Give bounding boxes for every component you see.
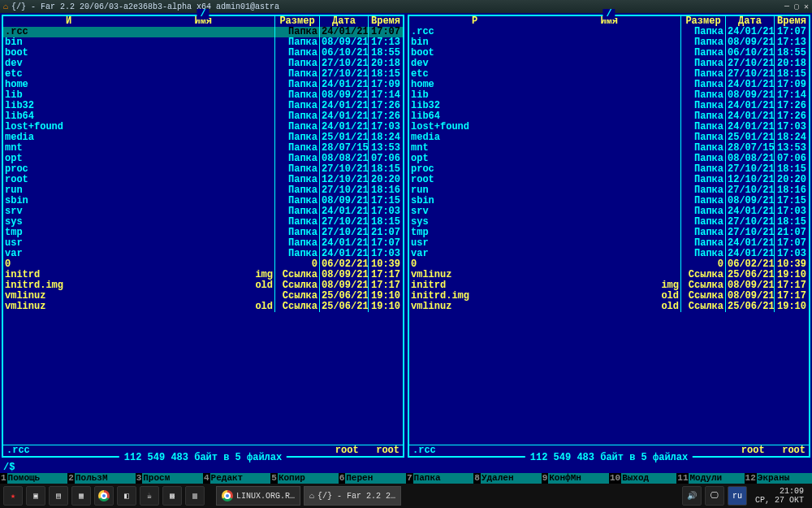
file-row[interactable]: runПапка27/10/2118:16 xyxy=(409,185,809,196)
file-row[interactable]: rootПапка12/10/2120:20 xyxy=(409,175,809,185)
file-row[interactable]: optПапка08/08/2107:06 xyxy=(409,154,809,164)
taskbar-task-chrome[interactable]: LINUX.ORG.R… xyxy=(216,486,300,506)
file-row[interactable]: binПапка08/09/2117:13 xyxy=(409,37,809,48)
file-row[interactable]: devПапка27/10/2120:18 xyxy=(409,59,809,69)
file-name: tmp xyxy=(5,228,23,238)
taskbar-task-far[interactable]: ⌂ {/} - Far 2.2 2… xyxy=(304,486,401,506)
minimize-button[interactable]: — xyxy=(784,2,789,11)
file-row[interactable]: libПапка08/09/2117:14 xyxy=(3,90,403,101)
file-row[interactable]: binПапка08/09/2117:13 xyxy=(3,37,403,48)
file-row[interactable]: sbinПапка08/09/2117:15 xyxy=(409,196,809,206)
fkey-11[interactable]: 11Модули xyxy=(676,473,744,484)
file-row[interactable]: initrd.imgoldСсылка08/09/2117:17 xyxy=(409,291,809,302)
file-row[interactable]: 0006/02/2110:39 xyxy=(3,259,403,270)
taskbar-app-1[interactable]: ▣ xyxy=(26,486,45,506)
file-row[interactable]: initrdimgСсылка08/09/2117:17 xyxy=(3,270,403,280)
file-row[interactable]: mntПапка28/07/1513:53 xyxy=(409,143,809,154)
file-row[interactable]: optПапка08/08/2107:06 xyxy=(3,154,403,164)
file-row[interactable]: sysПапка27/10/2118:15 xyxy=(409,217,809,228)
file-row[interactable]: etcПапка27/10/2118:15 xyxy=(3,69,403,80)
file-row[interactable]: sysПапка27/10/2118:15 xyxy=(3,217,403,228)
fkey-2[interactable]: 2ПользМ xyxy=(67,473,135,484)
tray-network-icon[interactable]: 🖵 xyxy=(705,486,724,506)
taskbar-app-5[interactable]: ☕ xyxy=(140,486,159,506)
file-row[interactable]: tmpПапка27/10/2121:07 xyxy=(3,228,403,238)
taskbar-app-4[interactable]: ◧ xyxy=(117,486,136,506)
file-row[interactable]: lib64Папка24/01/2117:26 xyxy=(409,111,809,122)
file-row[interactable]: procПапка27/10/2118:15 xyxy=(409,164,809,175)
file-row[interactable]: usrПапка24/01/2117:07 xyxy=(3,238,403,249)
right-panel[interactable]: / Р ИмяРазмерДатаВремя.rccПапка24/01/211… xyxy=(408,15,810,458)
file-row[interactable]: vmlinuzСсылка25/06/2119:10 xyxy=(409,270,809,280)
fkey-6[interactable]: 6Перен xyxy=(339,473,406,484)
file-row[interactable]: .rccПапка24/01/2117:07 xyxy=(3,27,403,37)
file-row[interactable]: mntПапка28/07/1513:53 xyxy=(3,143,403,154)
command-line[interactable]: /$ xyxy=(0,462,812,473)
file-row[interactable]: tmpПапка27/10/2121:07 xyxy=(409,228,809,238)
col-time[interactable]: Время xyxy=(775,16,809,27)
fkey-5[interactable]: 5Копир xyxy=(270,473,338,484)
col-name[interactable]: Р Имя xyxy=(409,16,681,27)
file-row[interactable]: .rccПапка24/01/2117:07 xyxy=(409,27,809,37)
tray-volume-icon[interactable]: 🔊 xyxy=(682,486,702,506)
file-row[interactable]: srvПапка24/01/2117:03 xyxy=(3,206,403,217)
fkey-7[interactable]: 7Папка xyxy=(406,473,473,484)
file-row[interactable]: lib32Папка24/01/2117:26 xyxy=(3,101,403,111)
fkey-3[interactable]: 3Просм xyxy=(136,473,203,484)
left-panel[interactable]: / И ИмяРазмерДатаВремя.rccПапка24/01/211… xyxy=(2,15,404,458)
fkey-10[interactable]: 10Выход xyxy=(609,473,676,484)
taskbar-app-6[interactable]: ▩ xyxy=(162,486,182,506)
taskbar-chrome[interactable] xyxy=(94,486,114,506)
file-row[interactable]: mediaПапка25/01/2118:24 xyxy=(3,132,403,143)
file-row[interactable]: lib32Папка24/01/2117:26 xyxy=(409,101,809,111)
maximize-button[interactable]: ▢ xyxy=(794,2,799,11)
col-name[interactable]: И Имя xyxy=(3,16,275,27)
fkey-9[interactable]: 9КонфМн xyxy=(542,473,609,484)
taskbar-app-3[interactable]: ▦ xyxy=(71,486,91,506)
taskbar-app-2[interactable]: ▤ xyxy=(49,486,68,506)
file-row[interactable]: homeПапка24/01/2117:09 xyxy=(3,80,403,90)
file-time: 17:17 xyxy=(775,280,809,291)
col-time[interactable]: Время xyxy=(369,16,403,27)
taskbar-app-7[interactable]: ▥ xyxy=(185,486,205,506)
file-row[interactable]: bootПапка06/10/2118:55 xyxy=(409,48,809,59)
file-row[interactable]: devПапка27/10/2120:18 xyxy=(3,59,403,69)
file-row[interactable]: runПапка27/10/2118:16 xyxy=(3,185,403,196)
file-row[interactable]: homeПапка24/01/2117:09 xyxy=(409,80,809,90)
fkey-4[interactable]: 4Редакт xyxy=(203,473,270,484)
file-row[interactable]: initrd.imgoldСсылка08/09/2117:17 xyxy=(3,280,403,291)
file-list[interactable]: .rccПапка24/01/2117:07binПапка08/09/2117… xyxy=(3,27,403,445)
file-row[interactable]: lib64Папка24/01/2117:26 xyxy=(3,111,403,122)
file-row[interactable]: procПапка27/10/2118:15 xyxy=(3,164,403,175)
file-row[interactable]: lost+foundПапка24/01/2117:03 xyxy=(3,122,403,132)
file-row[interactable]: 0006/02/2110:39 xyxy=(409,259,809,270)
file-row[interactable]: mediaПапка25/01/2118:24 xyxy=(409,132,809,143)
file-row[interactable]: srvПапка24/01/2117:03 xyxy=(409,206,809,217)
fkey-12[interactable]: 12Экраны xyxy=(745,473,812,484)
file-row[interactable]: usrПапка24/01/2117:07 xyxy=(409,238,809,249)
file-row[interactable]: varПапка24/01/2117:03 xyxy=(3,249,403,259)
close-button[interactable]: ✕ xyxy=(804,2,809,11)
taskbar-clock[interactable]: 21:09 СР, 27 ОКТ xyxy=(750,487,809,505)
col-size[interactable]: Размер xyxy=(275,16,320,27)
col-size[interactable]: Размер xyxy=(681,16,726,27)
file-row[interactable]: varПапка24/01/2117:03 xyxy=(409,249,809,259)
col-date[interactable]: Дата xyxy=(320,16,369,27)
file-list[interactable]: .rccПапка24/01/2117:07binПапка08/09/2117… xyxy=(409,27,809,445)
file-row[interactable]: rootПапка12/10/2120:20 xyxy=(3,175,403,185)
file-row[interactable]: libПапка08/09/2117:14 xyxy=(409,90,809,101)
file-row[interactable]: vmlinuzСсылка25/06/2119:10 xyxy=(3,291,403,302)
start-button[interactable]: ★ xyxy=(3,486,23,506)
col-date[interactable]: Дата xyxy=(726,16,775,27)
file-row[interactable]: vmlinuzoldСсылка25/06/2119:10 xyxy=(409,302,809,312)
tray-keyboard-layout[interactable]: ru xyxy=(728,486,747,506)
file-row[interactable]: etcПапка27/10/2118:15 xyxy=(409,69,809,80)
file-row[interactable]: bootПапка06/10/2118:55 xyxy=(3,48,403,59)
file-row[interactable]: vmlinuzoldСсылка25/06/2119:10 xyxy=(3,302,403,312)
fkey-1[interactable]: 1Помощь xyxy=(0,473,67,484)
fkey-label: Удален xyxy=(481,473,542,484)
file-row[interactable]: initrdimgСсылка08/09/2117:17 xyxy=(409,280,809,291)
fkey-8[interactable]: 8Удален xyxy=(473,473,541,484)
file-row[interactable]: lost+foundПапка24/01/2117:03 xyxy=(409,122,809,132)
file-row[interactable]: sbinПапка08/09/2117:15 xyxy=(3,196,403,206)
